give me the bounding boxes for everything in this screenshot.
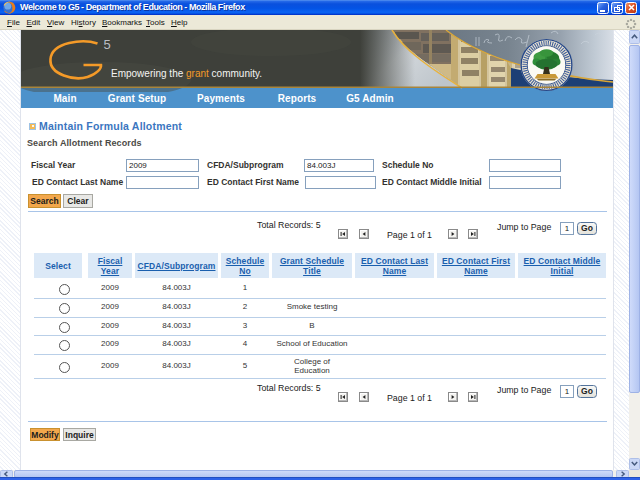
svg-text:Empowering the grant community: Empowering the grant community. bbox=[111, 68, 262, 79]
svg-text:5: 5 bbox=[104, 37, 111, 52]
